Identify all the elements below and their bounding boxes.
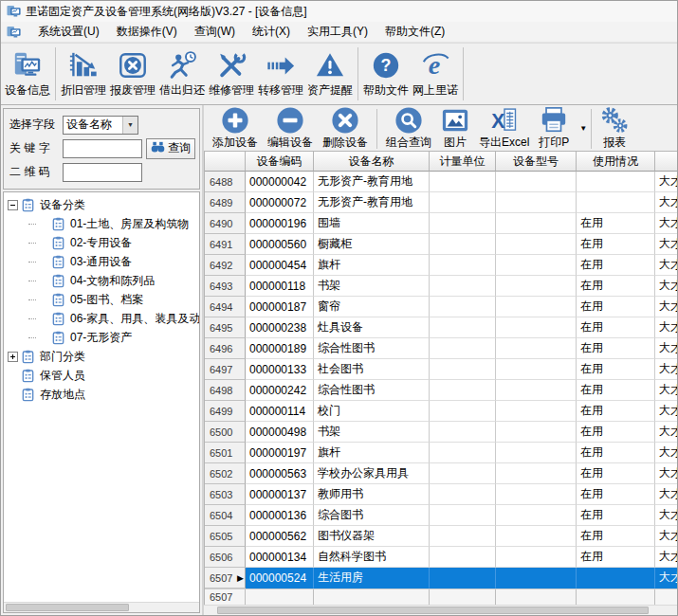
cell-code[interactable]: 000000187 xyxy=(246,297,314,317)
cell-name[interactable]: 生活用房 xyxy=(314,568,430,589)
cell-status[interactable]: 在用 xyxy=(577,213,655,234)
table-row[interactable]: 6495000000238灶具设备在用大才 xyxy=(205,317,677,338)
tree-item-locations[interactable]: 存放地点 xyxy=(4,385,199,404)
menu-item-statistics[interactable]: 统计(X) xyxy=(244,22,299,42)
cell-code[interactable]: 000000563 xyxy=(246,463,314,484)
row-number[interactable]: 6497 xyxy=(205,359,246,380)
tree-item-equipment-category[interactable]: 设备分类 xyxy=(4,195,199,214)
tree-item-category-07[interactable]: 07-无形资产 xyxy=(4,328,199,347)
table-row[interactable]: 6488000000042无形资产-教育用地大才 xyxy=(205,172,677,192)
cell-unit[interactable] xyxy=(430,568,496,589)
cell-code[interactable]: 000000238 xyxy=(246,317,314,338)
cell-name[interactable]: 无形资产-教育用地 xyxy=(314,192,430,213)
cell-code[interactable]: 000000042 xyxy=(246,172,314,192)
menu-item-help-files[interactable]: 帮助文件(Z) xyxy=(376,22,453,42)
cell-status[interactable] xyxy=(577,172,655,192)
query-button[interactable]: 查询 xyxy=(146,138,195,159)
cell-dept[interactable]: 大才 xyxy=(655,192,677,213)
cell-dept[interactable]: 大才 xyxy=(655,213,677,234)
cell-dept[interactable]: 大才 xyxy=(655,359,677,380)
cell-code[interactable]: 000000524 xyxy=(246,568,314,589)
add-device-button[interactable]: 添加设备 xyxy=(208,107,263,151)
table-row[interactable]: 6503000000137教师用书在用大才 xyxy=(205,484,677,505)
column-header-unit[interactable]: 计量单位 xyxy=(430,152,496,172)
row-number[interactable]: 6499 xyxy=(205,401,246,422)
cell-name[interactable]: 自然科学图书 xyxy=(314,547,430,568)
cell-code[interactable]: 000000133 xyxy=(246,359,314,380)
cell-name[interactable]: 灶具设备 xyxy=(314,317,430,338)
export-excel-button[interactable]: X导出Excel xyxy=(474,107,534,151)
cell-status[interactable]: 在用 xyxy=(577,338,655,359)
cell-dept[interactable]: 大才 xyxy=(655,505,677,526)
cell-code[interactable]: 000000118 xyxy=(246,276,314,297)
row-number[interactable]: 6505 xyxy=(205,526,246,547)
cell-dept[interactable]: 大才 xyxy=(655,443,677,463)
cell-status[interactable]: 在用 xyxy=(577,401,655,422)
row-number[interactable]: 6503 xyxy=(205,484,246,505)
cell-dept[interactable]: 大才 xyxy=(655,526,677,547)
cell-unit[interactable] xyxy=(430,380,496,401)
device-info-button[interactable]: 设备信息 xyxy=(3,45,52,102)
cell-dept[interactable]: 大才 xyxy=(655,547,677,568)
cell-model[interactable] xyxy=(496,484,577,505)
cell-dept[interactable]: 大才 xyxy=(655,401,677,422)
cell-unit[interactable] xyxy=(430,213,496,234)
cell-code[interactable]: 000000134 xyxy=(246,547,314,568)
scrollbar-thumb[interactable] xyxy=(6,604,129,611)
table-row[interactable]: 6505000000562图书仪器架在用大才 xyxy=(205,526,677,547)
cell-status[interactable]: 在用 xyxy=(577,255,655,276)
report-button[interactable]: 报表 xyxy=(596,107,633,151)
cell-name[interactable]: 窗帘 xyxy=(314,297,430,317)
table-row[interactable]: 6489000000072无形资产-教育用地大才 xyxy=(205,192,677,213)
cell-unit[interactable] xyxy=(430,297,496,317)
table-row[interactable]: 6493000000118书架在用大才 xyxy=(205,276,677,297)
cell-name[interactable]: 无形资产-教育用地 xyxy=(314,172,430,192)
cell-name[interactable]: 旗杆 xyxy=(314,255,430,276)
keyword-input[interactable] xyxy=(63,139,142,158)
cell-unit[interactable] xyxy=(430,172,496,192)
cell-code[interactable]: 000000136 xyxy=(246,505,314,526)
cell-name[interactable]: 教师用书 xyxy=(314,484,430,505)
cell-name[interactable]: 学校办公家具用具 xyxy=(314,463,430,484)
cell-unit[interactable] xyxy=(430,484,496,505)
row-number[interactable]: 6492 xyxy=(205,255,246,276)
cell-model[interactable] xyxy=(496,276,577,297)
cell-model[interactable] xyxy=(496,526,577,547)
cell-name[interactable]: 图书仪器架 xyxy=(314,526,430,547)
cell-dept[interactable]: 大才 xyxy=(655,463,677,484)
field-select-combo[interactable]: 设备名称 ▼ xyxy=(63,116,138,135)
menu-item-utilities[interactable]: 实用工具(Y) xyxy=(299,22,376,42)
cell-code[interactable]: 000000560 xyxy=(246,234,314,255)
cell-model[interactable] xyxy=(496,255,577,276)
cell-status[interactable]: 在用 xyxy=(577,443,655,463)
cell-unit[interactable] xyxy=(430,463,496,484)
transfer-button[interactable]: 转移管理 xyxy=(256,45,305,102)
cell-name[interactable]: 书架 xyxy=(314,276,430,297)
cell-status[interactable]: 在用 xyxy=(577,463,655,484)
cell-status[interactable]: 在用 xyxy=(577,422,655,443)
expand-plus-icon[interactable] xyxy=(8,352,18,362)
cell-name[interactable]: 橱藏柜 xyxy=(314,234,430,255)
depreciation-button[interactable]: 折旧管理 xyxy=(59,45,108,102)
cell-dept[interactable]: 大才 xyxy=(655,484,677,505)
cell-model[interactable] xyxy=(496,568,577,589)
cell-code[interactable]: 000000242 xyxy=(246,380,314,401)
cell-status[interactable]: 在用 xyxy=(577,359,655,380)
cell-code[interactable]: 000000189 xyxy=(246,338,314,359)
cell-status[interactable]: 在用 xyxy=(577,547,655,568)
cell-dept[interactable]: 大才 xyxy=(655,380,677,401)
tree-item-category-03[interactable]: 03-通用设备 xyxy=(4,252,199,271)
cell-model[interactable] xyxy=(496,297,577,317)
tree-item-category-04[interactable]: 04-文物和陈列品 xyxy=(4,271,199,290)
table-row[interactable]: 6490000000196围墙在用大才 xyxy=(205,213,677,234)
tree-horizontal-scrollbar[interactable] xyxy=(4,602,199,612)
row-number[interactable]: 6490 xyxy=(205,213,246,234)
cell-code[interactable]: 000000114 xyxy=(246,401,314,422)
cell-dept[interactable]: 大才 xyxy=(655,297,677,317)
tree-item-category-01[interactable]: 01-土地、房屋及构筑物 xyxy=(4,214,199,233)
delete-device-button[interactable]: 删除设备 xyxy=(318,107,373,151)
column-header-dept[interactable]: 使用 xyxy=(655,152,677,172)
cell-unit[interactable] xyxy=(430,317,496,338)
menu-item-data-operations[interactable]: 数据操作(V) xyxy=(108,22,186,42)
cell-status[interactable]: 在用 xyxy=(577,276,655,297)
